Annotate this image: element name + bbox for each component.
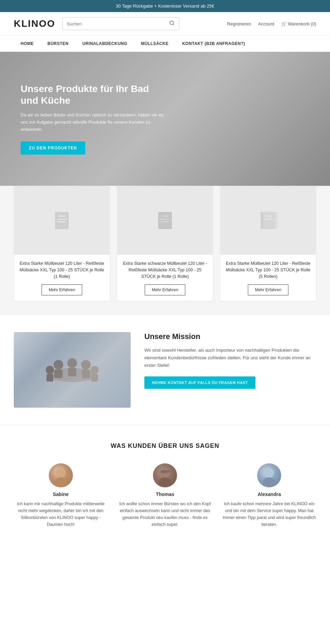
product-info-3: Extra Starke Müllbeutel 120 Liter - Reiß… (220, 255, 316, 301)
svg-rect-14 (264, 219, 274, 220)
svg-point-30 (159, 477, 171, 487)
search-input[interactable] (63, 19, 165, 29)
search-button[interactable] (165, 18, 179, 30)
svg-rect-17 (54, 370, 63, 378)
hero-cta-button[interactable]: ZU DEN PRODUKTEN (21, 142, 85, 155)
avatar-image-2 (153, 463, 177, 487)
svg-rect-12 (264, 212, 278, 229)
reviewer-name-1: Sabine (14, 492, 108, 497)
header-actions: Registrieren Account 🛒 Warenkorb (0) (227, 21, 316, 26)
cart-label: Warenkorb (0) (288, 21, 316, 26)
reviewer-avatar-2 (153, 463, 177, 487)
mission-inner: Unsere Mission Wir sind sowohl Herstelle… (14, 332, 316, 408)
review-card-3: Alexandra Ich kaufe schon mehrere Jahre … (222, 463, 316, 528)
product-placeholder-icon-2 (155, 210, 175, 231)
hero-title: Unsere Produkte für Ihr Bad und Küche (21, 83, 165, 106)
product-image-2 (117, 186, 213, 255)
product-cta-button-1[interactable]: Mehr Erfahren (42, 284, 82, 295)
svg-point-0 (170, 21, 174, 25)
svg-rect-4 (57, 219, 67, 220)
reviews-grid: Sabine Ich kann mir nachhaltige Produkte… (14, 463, 316, 528)
reviewer-text-3: Ich kaufe schon mehrere Jahre bei KLINOO… (222, 500, 316, 528)
search-icon (169, 20, 175, 26)
svg-point-32 (264, 468, 274, 478)
account-link[interactable]: Account (258, 21, 274, 26)
svg-rect-9 (160, 221, 168, 222)
svg-rect-5 (57, 221, 65, 222)
svg-rect-3 (58, 215, 65, 217)
logo: KLINOO (14, 18, 55, 29)
svg-rect-7 (162, 215, 168, 217)
search-bar (62, 17, 179, 30)
meeting-illustration (38, 349, 107, 391)
svg-point-27 (55, 477, 67, 487)
mission-title: Unsere Mission (144, 332, 316, 341)
product-cta-button-2[interactable]: Mehr Erfahren (145, 284, 186, 295)
product-image-3 (220, 186, 316, 255)
svg-rect-31 (161, 470, 169, 473)
mission-description: Wir sind sowohl Hersteller, als auch Imp… (144, 347, 316, 369)
avatar-image-1 (49, 463, 73, 487)
svg-rect-19 (68, 368, 76, 376)
mission-content: Unsere Mission Wir sind sowohl Herstelle… (144, 332, 316, 388)
product-card-3: Extra Starke Müllbeutel 120 Liter - Reiß… (220, 186, 316, 301)
reviewer-name-2: Thomas (118, 492, 212, 497)
reviewer-name-3: Alexandra (222, 492, 316, 497)
main-nav: HOME BÜRSTEN URINALABDECKUNG MÜLLSÄCKE K… (0, 36, 330, 52)
nav-item-urinalabdeckung[interactable]: URINALABDECKUNG (76, 36, 134, 52)
hero-section: Unsere Produkte für Ihr Bad und Küche Da… (0, 52, 330, 186)
nav-item-mullsacke[interactable]: MÜLLSÄCKE (134, 36, 175, 52)
svg-point-18 (67, 358, 77, 368)
mission-cta-button[interactable]: NEHME KONTAKT AUF FALLS DU FRAGEN HAST (144, 376, 255, 389)
products-grid: Extra Starke Müllbeutel 120 Liter - Reiß… (14, 186, 316, 301)
product-title-2: Extra Starke schwarze Müllbeutel 120 Lit… (123, 260, 207, 280)
avatar-svg-1 (49, 463, 73, 487)
top-banner: 30 Tage Rückgabe + Kostenloser Versand a… (0, 0, 330, 12)
mission-section: Unsere Mission Wir sind sowohl Herstelle… (0, 315, 330, 425)
product-title-1: Extra Starke Müllbeutel 120 Liter - Reiß… (20, 260, 104, 280)
avatar-svg-3 (257, 463, 281, 487)
hero-content: Unsere Produkte für Ihr Bad und Küche Da… (21, 83, 165, 155)
reviews-section: WAS KUNDEN ÜBER UNS SAGEN Sabine Ich kan… (0, 425, 330, 545)
product-card-2: Extra Starke schwarze Müllbeutel 120 Lit… (117, 186, 213, 301)
cart-link[interactable]: 🛒 Warenkorb (0) (281, 21, 316, 26)
nav-item-bursten[interactable]: BÜRSTEN (41, 36, 76, 52)
cart-icon: 🛒 (281, 21, 287, 26)
reviewer-avatar-3 (257, 463, 281, 487)
reviews-title: WAS KUNDEN ÜBER UNS SAGEN (14, 442, 316, 450)
logo-text: KLINOO (14, 18, 55, 29)
header: KLINOO Registrieren Account 🛒 Warenkorb … (0, 12, 330, 36)
product-card-1: Extra Starke Müllbeutel 120 Liter - Reiß… (14, 186, 110, 301)
svg-point-16 (54, 360, 63, 370)
product-info-2: Extra Starke schwarze Müllbeutel 120 Lit… (117, 255, 213, 301)
svg-rect-2 (55, 212, 69, 229)
mission-image (14, 332, 131, 408)
product-info-1: Extra Starke Müllbeutel 120 Liter - Reiß… (14, 255, 110, 301)
hero-description: Da wir es lieben Bäder und Küchen optisc… (21, 112, 165, 133)
svg-point-26 (56, 468, 66, 478)
product-image-1 (14, 186, 110, 255)
svg-line-1 (173, 24, 174, 25)
nav-item-home[interactable]: HOME (14, 36, 41, 52)
product-cta-button-3[interactable]: Mehr Erfahren (248, 284, 289, 295)
products-section: Extra Starke Müllbeutel 120 Liter - Reiß… (0, 186, 330, 315)
svg-rect-21 (82, 370, 90, 378)
svg-rect-25 (91, 374, 98, 382)
product-placeholder-icon-3 (258, 210, 278, 231)
product-title-3: Extra Starke Müllbeutel 120 Liter - Reiß… (226, 260, 310, 280)
mission-image-placeholder (14, 332, 131, 408)
review-card-1: Sabine Ich kann mir nachhaltige Produkte… (14, 463, 108, 528)
svg-point-22 (46, 366, 54, 374)
nav-item-kontakt[interactable]: KONTAKT (B2B ANFRAGEN?) (175, 36, 252, 52)
svg-point-24 (90, 366, 99, 374)
svg-point-20 (81, 360, 91, 370)
avatar-svg-2 (153, 463, 177, 487)
svg-rect-8 (160, 219, 170, 220)
reviewer-avatar-1 (49, 463, 73, 487)
svg-rect-13 (265, 215, 272, 217)
product-placeholder-icon-1 (52, 210, 72, 231)
register-link[interactable]: Registrieren (227, 21, 251, 26)
svg-rect-6 (158, 212, 172, 229)
reviewer-text-1: Ich kann mir nachhaltige Produkte mittle… (14, 500, 108, 528)
svg-rect-23 (46, 374, 53, 382)
